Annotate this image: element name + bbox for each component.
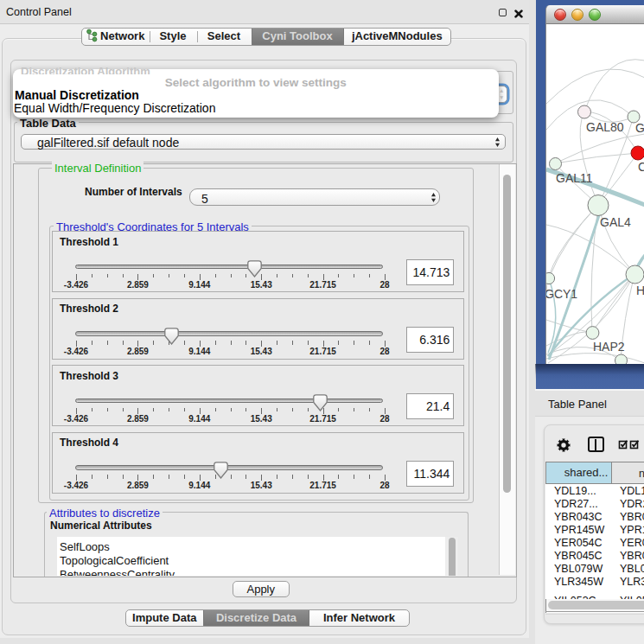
svg-text:GCY1: GCY1 bbox=[546, 287, 577, 301]
svg-text:GAL11: GAL11 bbox=[556, 171, 593, 185]
svg-text:GAL4: GAL4 bbox=[600, 215, 631, 229]
svg-text:H: H bbox=[636, 284, 644, 297]
svg-text:HAP2: HAP2 bbox=[593, 340, 625, 354]
svg-text:GAL80: GAL80 bbox=[586, 120, 624, 134]
svg-text:GA: GA bbox=[635, 121, 644, 135]
svg-text:C: C bbox=[638, 160, 644, 174]
